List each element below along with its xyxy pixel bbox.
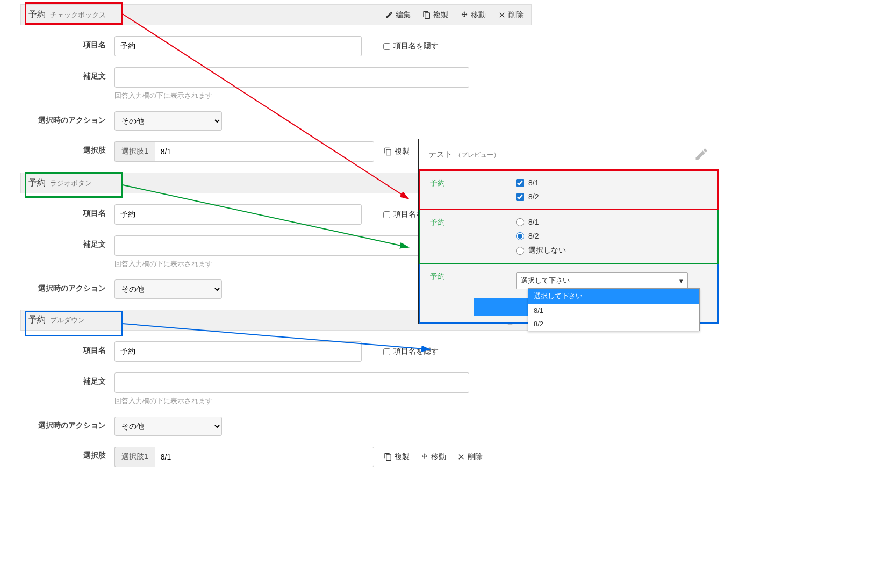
preview-radio-block: 予約 8/1 8/2 選択しない [419, 210, 719, 264]
preview-label: 予約 [430, 272, 516, 282]
hide-name-checkbox[interactable]: 項目名を隠す [383, 347, 439, 356]
action-label: 選択時のアクション [20, 111, 114, 125]
pencil-icon [385, 11, 393, 19]
options-label: 選択肢 [20, 141, 114, 155]
option-delete-button[interactable]: 削除 [457, 452, 483, 462]
preview-radio[interactable]: 8/2 [516, 232, 707, 240]
copy-icon [384, 453, 392, 461]
item-name-label: 項目名 [20, 36, 114, 50]
option-duplicate-button[interactable]: 複製 [384, 452, 410, 462]
move-button[interactable]: 移動 [460, 10, 486, 20]
preview-button-bar [474, 298, 528, 316]
preview-dropdown[interactable]: 選択して下さい 8/1 8/2 [528, 288, 700, 331]
hide-name-checkbox[interactable]: 項目名を隠す [383, 41, 439, 51]
option-duplicate-button[interactable]: 複製 [384, 147, 410, 156]
action-select[interactable]: その他 [114, 279, 222, 299]
item-name-label: 項目名 [20, 204, 114, 218]
section-title: 予約 [28, 9, 46, 20]
option-move-button[interactable]: 移動 [420, 452, 446, 462]
preview-checkbox-block: 予約 8/1 8/2 [419, 169, 719, 210]
preview-subtitle: （プレビュー） [455, 151, 500, 159]
preview-label: 予約 [430, 178, 516, 188]
item-name-input[interactable] [114, 36, 362, 56]
move-icon [420, 453, 429, 461]
dropdown-option[interactable]: 8/1 [528, 304, 699, 317]
supplement-help: 回答入力欄の下に表示されます [114, 396, 526, 406]
preview-select[interactable]: 選択して下さい ▾ [516, 272, 688, 289]
copy-icon [422, 11, 431, 19]
section-title: 予約 [28, 177, 46, 189]
preview-pulldown-block: 予約 選択して下さい ▾ 選択して下さい 8/1 8/2 [419, 264, 719, 324]
chevron-down-icon: ▾ [679, 277, 683, 285]
move-icon [460, 11, 469, 19]
close-icon [498, 11, 506, 19]
preview-title: テスト [428, 149, 453, 159]
supplement-input[interactable] [114, 67, 469, 88]
edit-button[interactable]: 編集 [385, 10, 411, 20]
action-select[interactable]: その他 [114, 417, 222, 436]
option-badge: 選択肢1 [114, 141, 155, 162]
dropdown-option[interactable]: 8/2 [528, 317, 699, 331]
action-label: 選択時のアクション [20, 279, 114, 293]
section-body-pulldown: 項目名 項目名を隠す 補足文 回答入力欄の下に表示されます 選択時のアクション [20, 331, 532, 478]
supplement-input[interactable] [114, 372, 469, 393]
close-icon [457, 453, 465, 461]
section-title: 予約 [28, 314, 46, 326]
item-name-input[interactable] [114, 204, 362, 225]
preview-radio[interactable]: 8/1 [516, 218, 707, 226]
preview-radio[interactable]: 選択しない [516, 246, 707, 255]
preview-header: テスト （プレビュー） [419, 139, 719, 169]
item-name-input[interactable] [114, 341, 362, 362]
dropdown-option[interactable]: 選択して下さい [528, 289, 699, 304]
supplement-label: 補足文 [20, 235, 114, 249]
supplement-input[interactable] [114, 235, 469, 256]
duplicate-button[interactable]: 複製 [422, 10, 448, 20]
item-name-label: 項目名 [20, 341, 114, 355]
supplement-label: 補足文 [20, 67, 114, 81]
action-select[interactable]: その他 [114, 111, 222, 131]
section-subtype: チェックボックス [50, 10, 106, 20]
preview-checkbox[interactable]: 8/1 [516, 178, 707, 187]
delete-button[interactable]: 削除 [498, 10, 524, 20]
option-input[interactable] [155, 447, 374, 467]
section-subtype: プルダウン [50, 315, 85, 325]
preview-label: 予約 [430, 218, 516, 227]
supplement-label: 補足文 [20, 372, 114, 386]
supplement-help: 回答入力欄の下に表示されます [114, 91, 526, 101]
option-input[interactable] [155, 141, 374, 162]
action-label: 選択時のアクション [20, 417, 114, 431]
option-badge: 選択肢1 [114, 447, 155, 467]
preview-panel: テスト （プレビュー） 予約 8/1 8/2 予約 8/1 8/2 選択しない … [418, 139, 719, 324]
section-header-checkbox: 予約 チェックボックス 編集 複製 移動 削除 [20, 4, 532, 25]
copy-icon [384, 147, 392, 156]
pencil-icon[interactable] [694, 147, 709, 162]
options-label: 選択肢 [20, 447, 114, 461]
preview-checkbox[interactable]: 8/2 [516, 192, 707, 201]
section-subtype: ラジオボタン [50, 178, 92, 188]
